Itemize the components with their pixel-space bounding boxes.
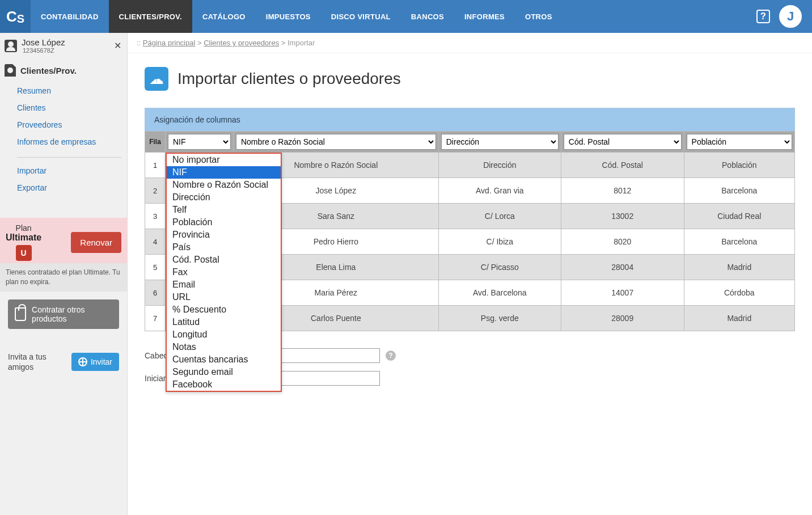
main: :: Página principal > Clientes y proveed… — [128, 33, 812, 515]
dropdown-option[interactable]: Cuentas bancarias — [167, 353, 281, 366]
row-number: 6 — [145, 280, 166, 306]
table-caption: Asignación de columnas — [145, 108, 795, 131]
avatar[interactable]: J — [779, 5, 802, 28]
sidebar: Jose López 12345678Z ✕ Clientes/Prov. Re… — [0, 33, 128, 515]
table-cell: Cód. Postal — [561, 153, 684, 178]
dropdown-option[interactable]: Nombre o Razón Social — [167, 179, 281, 191]
user-name: Jose López — [22, 37, 65, 47]
nav-item[interactable]: CATÁLOGO — [192, 0, 256, 33]
top-nav: CS CONTABILIDADCLIENTES/PROV.CATÁLOGOIMP… — [0, 0, 812, 33]
headers-input[interactable] — [269, 348, 380, 363]
plan-name: Ultimate — [6, 233, 41, 243]
row-number: 2 — [145, 178, 166, 204]
dropdown-option[interactable]: Notas — [167, 341, 281, 353]
column-select[interactable]: Dirección — [441, 134, 559, 150]
column-select[interactable]: Nombre o Razón Social — [236, 134, 436, 150]
nav-item[interactable]: IMPUESTOS — [256, 0, 321, 33]
sidebar-section: Clientes/Prov. — [0, 58, 127, 80]
dropdown-option[interactable]: Segundo email — [167, 366, 281, 378]
cloud-upload-icon — [145, 67, 168, 91]
column-dropdown-open[interactable]: No importarNIFNombre o Razón SocialDirec… — [166, 153, 282, 392]
sidebar-link[interactable]: Exportar — [17, 179, 127, 196]
dropdown-option[interactable]: Telf — [167, 204, 281, 216]
dropdown-option[interactable]: Población — [167, 216, 281, 229]
invite-label: Invita a tus amigos — [8, 352, 66, 372]
dropdown-option[interactable]: Cód. Postal — [167, 254, 281, 266]
dropdown-option[interactable]: País — [167, 241, 281, 254]
breadcrumb: :: Página principal > Clientes y proveed… — [128, 33, 812, 53]
contract-products-label: Contratar otros productos — [32, 305, 112, 323]
table-cell: 28009 — [561, 306, 684, 331]
table-cell: 14007 — [561, 280, 684, 306]
sidebar-link[interactable]: Clientes — [17, 99, 127, 116]
nav-item[interactable]: INFORMES — [454, 0, 515, 33]
nav-item[interactable]: CLIENTES/PROV. — [109, 0, 192, 33]
plan-note: Tienes contratado el plan Ultimate. Tu p… — [0, 263, 127, 292]
dropdown-option[interactable]: URL — [167, 291, 281, 303]
crumb-current: Importar — [287, 39, 315, 47]
dropdown-option[interactable]: Email — [167, 278, 281, 291]
dropdown-option[interactable]: Dirección — [167, 191, 281, 204]
plan-badge: U — [16, 245, 32, 261]
table-cell: Madrid — [684, 255, 794, 280]
shuffle-icon[interactable]: ✕ — [114, 40, 121, 51]
dropdown-option[interactable]: Provincia — [167, 229, 281, 241]
nav-items: CONTABILIDADCLIENTES/PROV.CATÁLOGOIMPUES… — [31, 0, 563, 33]
invite-row: Invita a tus amigos Invitar — [0, 329, 127, 372]
nav-item[interactable]: CONTABILIDAD — [31, 0, 109, 33]
user-icon — [5, 40, 17, 52]
table-cell: Barcelona — [684, 229, 794, 255]
table-header-row: Fila NIFNombre o Razón SocialDirecciónCó… — [145, 132, 795, 153]
invite-button[interactable]: Invitar — [71, 353, 119, 371]
row-number: 1 — [145, 153, 166, 178]
table-cell: Dirección — [438, 153, 561, 178]
contract-products-button[interactable]: Contratar otros productos — [8, 299, 119, 329]
table-cell: 8012 — [561, 178, 684, 204]
column-select[interactable]: NIF — [168, 134, 231, 150]
dropdown-option[interactable]: Latitud — [167, 316, 281, 328]
dropdown-option[interactable]: % Descuento — [167, 303, 281, 316]
bag-icon — [15, 307, 26, 321]
help-tooltip-icon[interactable]: ? — [386, 351, 396, 361]
table-cell: 8020 — [561, 229, 684, 255]
dropdown-option[interactable]: Longitud — [167, 328, 281, 341]
nav-item[interactable]: BANCOS — [401, 0, 454, 33]
plan-box: Plan Ultimate U Renovar — [0, 218, 127, 263]
table-cell: Avd. Barcelona — [438, 280, 561, 306]
sidebar-link[interactable]: Informes de empresas — [17, 133, 127, 150]
plan-label: Plan — [6, 223, 41, 233]
logo[interactable]: CS — [0, 0, 31, 33]
table-cell: Córdoba — [684, 280, 794, 306]
dropdown-option[interactable]: NIF — [167, 166, 281, 179]
clipboard-icon — [5, 64, 16, 77]
sidebar-link[interactable]: Resumen — [17, 82, 127, 99]
row-number: 4 — [145, 229, 166, 255]
start-input[interactable] — [269, 371, 380, 386]
row-number: 5 — [145, 255, 166, 280]
sidebar-link[interactable]: Importar — [17, 162, 127, 179]
nav-item[interactable]: OTROS — [515, 0, 563, 33]
table-cell: C/ Lorca — [438, 204, 561, 229]
table-cell: 28004 — [561, 255, 684, 280]
dropdown-option[interactable]: Facebook — [167, 378, 281, 391]
table-cell: C/ Ibiza — [438, 229, 561, 255]
crumb-section[interactable]: Clientes y proveedores — [204, 39, 279, 47]
column-select[interactable]: Población — [687, 134, 792, 150]
crumb-home[interactable]: Página principal — [143, 39, 196, 47]
dropdown-option[interactable]: Fax — [167, 266, 281, 278]
page-header: Importar clientes o proveedores — [128, 53, 812, 108]
column-select[interactable]: Cód. Postal — [564, 134, 682, 150]
table-cell: Barcelona — [684, 178, 794, 204]
sidebar-links-2: ImportarExportar — [0, 160, 127, 201]
invite-button-label: Invitar — [91, 357, 112, 366]
table-cell: C/ Picasso — [438, 255, 561, 280]
sidebar-link[interactable]: Proveedores — [17, 116, 127, 133]
globe-icon — [78, 357, 87, 366]
dropdown-option[interactable]: No importar — [167, 154, 281, 166]
help-icon[interactable]: ? — [756, 10, 770, 23]
import-table-wrap: Asignación de columnas Fila NIFNombre o … — [145, 108, 795, 331]
renovar-button[interactable]: Renovar — [71, 232, 121, 253]
row-number: 7 — [145, 306, 166, 331]
nav-item[interactable]: DISCO VIRTUAL — [321, 0, 401, 33]
table-cell: Psg. verde — [438, 306, 561, 331]
